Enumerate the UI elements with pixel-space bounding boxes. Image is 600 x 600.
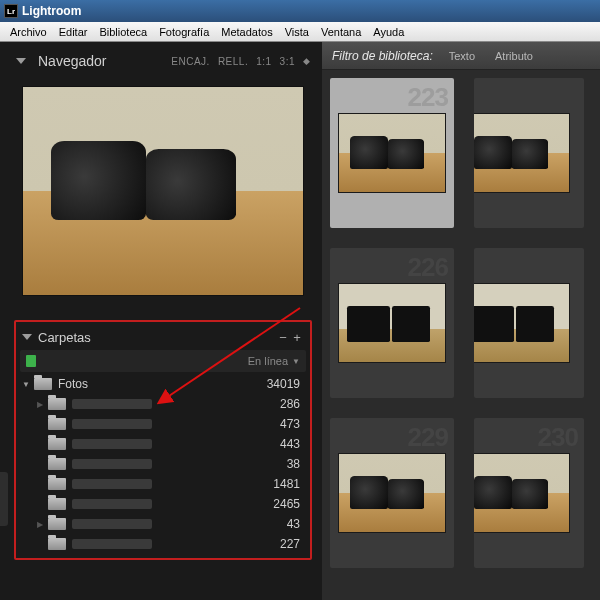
folder-name-redacted bbox=[72, 459, 152, 469]
left-panel: Navegador ENCAJ. RELL. 1:1 3:1 ◆ Carpeta… bbox=[0, 42, 322, 600]
thumbnail-image bbox=[338, 283, 446, 363]
disclosure-triangle-icon[interactable] bbox=[20, 380, 32, 389]
app-icon: Lr bbox=[4, 4, 18, 18]
cell-index: 226 bbox=[408, 252, 448, 283]
disclosure-triangle-icon[interactable] bbox=[34, 400, 46, 409]
thumbnail-grid: 223226229230 bbox=[322, 70, 600, 600]
thumbnail-image bbox=[474, 283, 570, 363]
folders-panel: Carpetas − + En línea ▼ Fotos 34019 bbox=[14, 320, 312, 560]
folder-name-redacted bbox=[72, 539, 152, 549]
cell-index: 229 bbox=[408, 422, 448, 453]
navigator-preview[interactable] bbox=[18, 82, 308, 300]
disclosure-triangle-icon[interactable] bbox=[34, 520, 46, 529]
menu-ayuda[interactable]: Ayuda bbox=[367, 24, 410, 40]
folder-icon bbox=[48, 518, 66, 530]
right-panel: Filtro de biblioteca: Texto Atributo 223… bbox=[322, 42, 600, 600]
folder-name-redacted bbox=[72, 519, 152, 529]
volume-status-row[interactable]: En línea ▼ bbox=[20, 350, 306, 372]
cell-index: 230 bbox=[538, 422, 578, 453]
ratio-fill[interactable]: RELL. bbox=[218, 56, 248, 67]
filter-text-button[interactable]: Texto bbox=[445, 50, 479, 62]
folder-icon bbox=[34, 378, 52, 390]
chevron-icon[interactable]: ◆ bbox=[303, 56, 310, 66]
folder-icon bbox=[48, 418, 66, 430]
folder-name-redacted bbox=[72, 499, 152, 509]
folder-row[interactable]: 286 bbox=[20, 394, 304, 414]
folders-title: Carpetas bbox=[38, 330, 91, 345]
folder-icon bbox=[48, 398, 66, 410]
library-filter-bar: Filtro de biblioteca: Texto Atributo bbox=[322, 42, 600, 70]
navigator-header[interactable]: Navegador ENCAJ. RELL. 1:1 3:1 ◆ bbox=[12, 50, 314, 72]
filter-attribute-button[interactable]: Atributo bbox=[491, 50, 537, 62]
ratio-fit[interactable]: ENCAJ. bbox=[171, 56, 210, 67]
thumbnail-cell[interactable]: 229 bbox=[330, 418, 454, 568]
folder-count: 43 bbox=[287, 517, 304, 531]
folder-count: 227 bbox=[280, 537, 304, 551]
main-area: Navegador ENCAJ. RELL. 1:1 3:1 ◆ Carpeta… bbox=[0, 42, 600, 600]
menu-archivo[interactable]: Archivo bbox=[4, 24, 53, 40]
triangle-down-icon bbox=[22, 334, 32, 340]
left-panel-grip[interactable] bbox=[0, 472, 8, 526]
folder-count: 2465 bbox=[273, 497, 304, 511]
folder-tree: Fotos 34019 286473443381481246543227 bbox=[18, 374, 308, 554]
thumbnail-cell[interactable]: 226 bbox=[330, 248, 454, 398]
triangle-down-icon bbox=[16, 58, 26, 64]
ratio-3-1[interactable]: 3:1 bbox=[280, 56, 295, 67]
app-title: Lightroom bbox=[22, 4, 81, 18]
folder-count: 38 bbox=[287, 457, 304, 471]
folder-name-redacted bbox=[72, 439, 152, 449]
titlebar: Lr Lightroom bbox=[0, 0, 600, 22]
folder-row[interactable]: 38 bbox=[20, 454, 304, 474]
navigator-title: Navegador bbox=[38, 53, 107, 69]
folder-count: 34019 bbox=[267, 377, 304, 391]
folder-count: 443 bbox=[280, 437, 304, 451]
thumbnail-cell[interactable] bbox=[474, 78, 584, 228]
folder-name-redacted bbox=[72, 399, 152, 409]
menu-fotografia[interactable]: Fotografía bbox=[153, 24, 215, 40]
menu-metadatos[interactable]: Metadatos bbox=[215, 24, 278, 40]
menu-ventana[interactable]: Ventana bbox=[315, 24, 367, 40]
folder-name: Fotos bbox=[58, 377, 88, 391]
disk-icon bbox=[26, 355, 36, 367]
thumbnail-image bbox=[338, 113, 446, 193]
folder-row[interactable]: 43 bbox=[20, 514, 304, 534]
folders-minus-button[interactable]: − bbox=[276, 330, 290, 345]
thumbnail-cell[interactable]: 230 bbox=[474, 418, 584, 568]
folder-row-root[interactable]: Fotos 34019 bbox=[20, 374, 304, 394]
folder-name-redacted bbox=[72, 479, 152, 489]
filter-label: Filtro de biblioteca: bbox=[332, 49, 433, 63]
folder-row[interactable]: 2465 bbox=[20, 494, 304, 514]
thumbnail-image bbox=[474, 113, 570, 193]
folder-icon bbox=[48, 458, 66, 470]
menu-editar[interactable]: Editar bbox=[53, 24, 94, 40]
folder-row[interactable]: 227 bbox=[20, 534, 304, 554]
folder-count: 286 bbox=[280, 397, 304, 411]
folder-row[interactable]: 443 bbox=[20, 434, 304, 454]
menu-biblioteca[interactable]: Biblioteca bbox=[93, 24, 153, 40]
menubar: Archivo Editar Biblioteca Fotografía Met… bbox=[0, 22, 600, 42]
thumbnail-image bbox=[474, 453, 570, 533]
thumbnail-cell[interactable]: 223 bbox=[330, 78, 454, 228]
folder-icon bbox=[48, 538, 66, 550]
folder-name-redacted bbox=[72, 419, 152, 429]
folder-row[interactable]: 1481 bbox=[20, 474, 304, 494]
folder-count: 1481 bbox=[273, 477, 304, 491]
navigator-image bbox=[22, 86, 304, 296]
folder-icon bbox=[48, 498, 66, 510]
thumbnail-cell[interactable] bbox=[474, 248, 584, 398]
ratio-1-1[interactable]: 1:1 bbox=[256, 56, 271, 67]
menu-vista[interactable]: Vista bbox=[279, 24, 315, 40]
cell-index: 223 bbox=[408, 82, 448, 113]
folder-icon bbox=[48, 478, 66, 490]
folder-count: 473 bbox=[280, 417, 304, 431]
thumbnail-image bbox=[338, 453, 446, 533]
folder-row[interactable]: 473 bbox=[20, 414, 304, 434]
folders-plus-button[interactable]: + bbox=[290, 330, 304, 345]
folder-icon bbox=[48, 438, 66, 450]
volume-status-label: En línea bbox=[248, 355, 288, 367]
folders-header[interactable]: Carpetas − + bbox=[18, 326, 308, 348]
chevron-down-icon[interactable]: ▼ bbox=[292, 357, 300, 366]
